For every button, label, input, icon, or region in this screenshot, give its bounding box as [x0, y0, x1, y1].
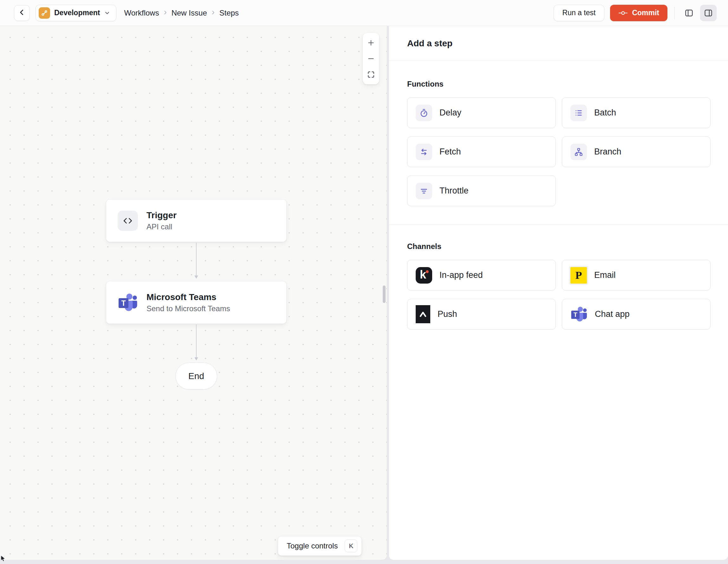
- toggle-controls-label: Toggle controls: [287, 541, 338, 550]
- breadcrumb-workflows[interactable]: Workflows: [124, 9, 159, 17]
- step-card-in-app-feed[interactable]: k In-app feed: [407, 260, 556, 291]
- funnel-icon: [416, 183, 432, 199]
- workflow-canvas[interactable]: Trigger API call T: [0, 26, 387, 560]
- channels-section: Channels k In-app feed P: [407, 242, 711, 330]
- step-card-throttle[interactable]: Throttle: [407, 175, 556, 206]
- functions-section: Functions Delay Batch: [407, 80, 711, 206]
- back-button[interactable]: [14, 5, 30, 21]
- commit-button[interactable]: Commit: [610, 5, 667, 21]
- fit-view-button[interactable]: [363, 67, 379, 82]
- panel-left-icon: [685, 9, 693, 17]
- header-actions: Run a test Commit: [554, 5, 717, 21]
- knock-logo-icon: k: [416, 267, 432, 284]
- workflow-editor: Development Workflows › New Issue › Step…: [0, 0, 728, 564]
- step-card-chat-app[interactable]: T Chat app: [562, 299, 711, 330]
- postmark-letter: P: [575, 269, 582, 281]
- knock-letter: k: [420, 268, 426, 281]
- panel-body: Functions Delay Batch: [389, 61, 728, 330]
- svg-text:T: T: [121, 299, 126, 307]
- step-card-push[interactable]: Push: [407, 299, 556, 330]
- channels-section-label: Channels: [407, 242, 711, 251]
- breadcrumb-workflow-name[interactable]: New Issue: [172, 9, 207, 17]
- section-divider: [389, 224, 728, 225]
- environment-switcher[interactable]: Development: [36, 5, 116, 21]
- canvas-scrollbar[interactable]: [383, 286, 386, 303]
- step-card-label: Delay: [439, 108, 461, 118]
- microsoft-teams-node[interactable]: T Microsoft Teams Send to Microsoft Team…: [106, 281, 287, 324]
- top-bar: Development Workflows › New Issue › Step…: [0, 0, 728, 26]
- node-subtitle: Send to Microsoft Teams: [146, 304, 230, 313]
- breadcrumb: Workflows › New Issue › Steps: [124, 8, 239, 18]
- step-card-label: Fetch: [439, 147, 461, 157]
- postmark-logo-icon: P: [570, 267, 587, 284]
- step-card-label: Throttle: [439, 186, 469, 196]
- node-subtitle: API call: [146, 222, 177, 231]
- panel-title: Add a step: [407, 38, 452, 49]
- git-branch-icon: [39, 7, 50, 19]
- step-card-label: Batch: [594, 108, 616, 118]
- branch-tree-icon: [570, 144, 587, 160]
- node-title: Trigger: [146, 210, 177, 221]
- step-card-label: Chat app: [595, 309, 630, 319]
- edge-arrow: [193, 243, 199, 279]
- toggle-left-panel-button[interactable]: [682, 6, 696, 20]
- swap-arrows-icon: [416, 144, 432, 160]
- environment-label: Development: [54, 9, 100, 17]
- step-card-branch[interactable]: Branch: [562, 136, 711, 167]
- zoom-out-button[interactable]: [363, 51, 379, 67]
- svg-text:T: T: [574, 311, 577, 318]
- channels-grid: k In-app feed P Email: [407, 260, 711, 330]
- chevron-left-icon: [18, 8, 26, 17]
- commit-button-label: Commit: [632, 9, 659, 17]
- functions-section-label: Functions: [407, 80, 711, 88]
- step-card-delay[interactable]: Delay: [407, 97, 556, 128]
- header-divider: [674, 7, 675, 19]
- main-area: Trigger API call T: [0, 26, 728, 564]
- mouse-cursor: [1, 555, 6, 563]
- list-icon: [570, 105, 587, 121]
- fullscreen-icon: [367, 70, 375, 79]
- zoom-in-button[interactable]: [363, 35, 379, 51]
- add-step-panel: Add a step Functions Delay: [389, 26, 728, 560]
- canvas-zoom-controls: [363, 33, 379, 84]
- microsoft-teams-icon: T: [118, 293, 138, 313]
- trigger-node[interactable]: Trigger API call: [106, 199, 287, 242]
- breadcrumb-separator: ›: [207, 7, 219, 17]
- end-node[interactable]: End: [175, 363, 217, 390]
- edge-arrow: [193, 325, 199, 361]
- functions-grid: Delay Batch Fetch: [407, 97, 711, 206]
- timer-icon: [416, 105, 432, 121]
- step-card-fetch[interactable]: Fetch: [407, 136, 556, 167]
- plus-icon: [367, 39, 375, 47]
- breadcrumb-separator: ›: [159, 7, 172, 17]
- step-card-batch[interactable]: Batch: [562, 97, 711, 128]
- keyboard-shortcut-badge: K: [345, 540, 357, 552]
- end-node-label: End: [188, 371, 204, 381]
- toggle-controls-button[interactable]: Toggle controls K: [278, 536, 362, 556]
- step-card-label: In-app feed: [439, 270, 483, 280]
- panel-header: Add a step: [389, 26, 728, 61]
- toggle-right-panel-button[interactable]: [700, 5, 717, 21]
- chevron-down-icon: [104, 10, 110, 16]
- push-chevron-icon: [416, 305, 430, 323]
- step-card-label: Push: [438, 309, 457, 319]
- node-title: Microsoft Teams: [146, 292, 230, 303]
- step-card-email[interactable]: P Email: [562, 260, 711, 291]
- code-icon: [118, 211, 138, 231]
- breadcrumb-current-page: Steps: [219, 9, 239, 17]
- microsoft-teams-icon: T: [570, 306, 588, 323]
- minus-icon: [367, 55, 375, 63]
- panel-right-icon: [704, 9, 713, 17]
- knock-logo-dot: [426, 270, 429, 273]
- step-card-label: Email: [594, 270, 616, 280]
- commit-icon: [618, 10, 628, 16]
- step-card-label: Branch: [594, 147, 621, 157]
- run-test-button[interactable]: Run a test: [554, 5, 605, 21]
